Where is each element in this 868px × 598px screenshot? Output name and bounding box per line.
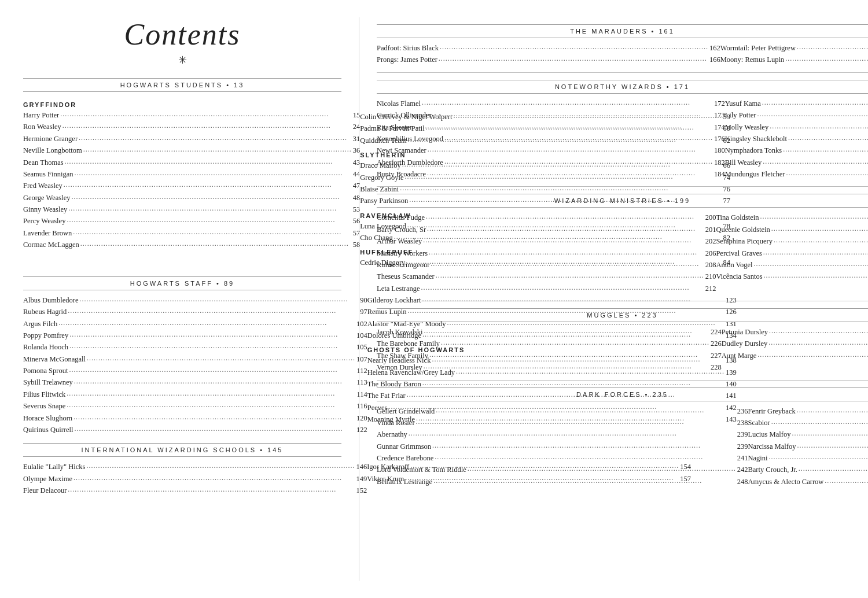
entry: The Shaw Family227 xyxy=(377,350,722,362)
entry: Seamus Finnigan44 xyxy=(23,169,360,180)
entry: Yusuf Kama186 xyxy=(725,98,868,110)
staff-left: Albus Dumbledore90 Rubeus Hagrid97 Argus… xyxy=(23,295,367,437)
entry: Aunt Marge233 xyxy=(722,350,868,362)
entry: Bunty Broadacre184 xyxy=(377,169,725,180)
entry: Rita Skeeter174 xyxy=(377,122,725,134)
muggles-left: Jacob Kowalski224 The Barebone Family226… xyxy=(377,327,722,374)
left-column: Contents ✳ HOGWARTS STUDENTS • 13 GRYFFI… xyxy=(23,17,359,581)
entry: Remus Lupin126 xyxy=(367,307,737,318)
entry: Prongs: James Potter166 xyxy=(377,54,720,66)
noteworthy-right: Yusuf Kama186 Lily Potter188 Molly Weasl… xyxy=(725,98,868,181)
entry: Barty Crouch, Jr.260 xyxy=(748,464,868,476)
divider xyxy=(377,72,868,73)
entry: Kingsley Shacklebolt191 xyxy=(725,134,868,145)
entry: Lucius Malfoy254 xyxy=(748,429,868,441)
ministries-left: Cornelius Fudge200 Barty Crouch, Sr201 A… xyxy=(377,212,716,295)
entry: Neville Longbottom36 xyxy=(23,145,360,157)
international-header: INTERNATIONAL WIZARDING SCHOOLS • 145 xyxy=(23,443,341,457)
hogwarts-students-header: HOGWARTS STUDENTS • 13 xyxy=(23,78,341,92)
entry: Dudley Dursley232 xyxy=(722,338,868,350)
entry: Jacob Kowalski224 xyxy=(377,327,722,338)
intl-left: Eulalie "Lally" Hicks146 Olympe Maxime14… xyxy=(23,462,367,497)
entry: Fred Weasley47 xyxy=(23,180,360,192)
entry: Lily Potter188 xyxy=(725,110,868,121)
entry: George Weasley48 xyxy=(23,193,360,204)
entry: Vicência Santos221 xyxy=(716,271,868,283)
entry: Barty Crouch, Sr201 xyxy=(377,224,716,236)
staff-section: Albus Dumbledore90 Rubeus Hagrid97 Argus… xyxy=(23,295,341,437)
marauders-section: Padfoot: Sirius Black162 Prongs: James P… xyxy=(377,43,868,67)
entry: Leta Lestrange212 xyxy=(377,283,716,295)
entry: Mundungus Fletcher197 xyxy=(725,169,868,180)
entry: Pomona Sprout112 xyxy=(23,366,367,377)
entry: Dean Thomas43 xyxy=(23,157,360,169)
entry: Ron Weasley24 xyxy=(23,121,360,133)
entry: Filius Flitwick114 xyxy=(23,389,367,401)
entry: Fleur Delacour152 xyxy=(23,485,367,497)
marauders-header: THE MARAUDERS • 161 xyxy=(377,24,868,38)
entry: Horace Slughorn120 xyxy=(23,413,367,424)
muggles-right: Petunia Dursley229 Dudley Dursley232 Aun… xyxy=(722,327,868,374)
entry: Olympe Maxime149 xyxy=(23,474,367,485)
entry: Bill Weasley195 xyxy=(725,157,868,169)
hogwarts-staff-header: HOGWARTS STAFF • 89 xyxy=(23,276,341,290)
entry: Eulalie "Lally" Hicks146 xyxy=(23,462,367,473)
entry: Gilderoy Lockhart123 xyxy=(367,295,737,307)
entry: Ginny Weasley53 xyxy=(23,204,360,216)
entry: Hermione Granger31 xyxy=(23,134,360,145)
entry: Arthur Weasley202 xyxy=(377,236,716,248)
entry: Queenie Goldstein216 xyxy=(716,224,868,236)
entry: Anton Vogel220 xyxy=(716,260,868,271)
entry: Cornelius Fudge200 xyxy=(377,212,716,224)
entry: Cormac McLaggen58 xyxy=(23,239,360,251)
entry: Amycus & Alecto Carrow261 xyxy=(748,477,868,488)
noteworthy-section: Nicolas Flamel172 Garrick Ollivander173 … xyxy=(377,98,868,181)
entry: Garrick Ollivander173 xyxy=(377,110,725,121)
entry: Vinda Rosier238 xyxy=(377,418,748,429)
entry: Lavender Brown57 xyxy=(23,228,360,239)
entry: Theseus Scamander210 xyxy=(377,271,716,283)
entry: Fenrir Greyback252 xyxy=(748,406,868,418)
entry: Molly Weasley189 xyxy=(725,122,868,134)
entry: The Bloody Baron140 xyxy=(367,379,737,390)
gryffindor-label: GRYFFINDOR xyxy=(23,101,360,108)
marauders-right: Wormtail: Peter Pettigrew167 Moony: Remu… xyxy=(720,43,868,67)
entry: Seraphina Picquery218 xyxy=(716,236,868,248)
gryffindor-section: GRYFFINDOR Harry Potter15 Ron Weasley24 … xyxy=(23,97,341,270)
gryffindor-left: GRYFFINDOR Harry Potter15 Ron Weasley24 … xyxy=(23,97,360,270)
entry: Pansy Parkinson77 xyxy=(360,195,730,207)
entry: Padfoot: Sirius Black162 xyxy=(377,43,720,54)
entry: Percival Graves219 xyxy=(716,248,868,260)
entry: Argus Filch102 xyxy=(23,319,367,330)
entry: Poppy Pomfrey104 xyxy=(23,330,367,342)
entry: Newt Scamander180 xyxy=(377,145,725,157)
entry: Moony: Remus Lupin168 xyxy=(720,54,868,66)
page: Contents ✳ HOGWARTS STUDENTS • 13 GRYFFI… xyxy=(0,0,868,598)
ministries-right: Tina Goldstein214 Queenie Goldstein216 S… xyxy=(716,212,868,295)
entry: Nicolas Flamel172 xyxy=(377,98,725,110)
entry: Blaise Zabini76 xyxy=(360,184,730,195)
entry: Harry Potter15 xyxy=(23,110,360,121)
ministries-section: Cornelius Fudge200 Barty Crouch, Sr201 A… xyxy=(377,212,868,295)
entry: Wormtail: Peter Pettigrew167 xyxy=(720,43,868,54)
title-area: Contents ✳ xyxy=(23,17,341,67)
entry: Tina Goldstein214 xyxy=(716,212,868,224)
entry: Abernathy239 xyxy=(377,429,748,441)
entry: Gunnar Grimmson239 xyxy=(377,441,748,453)
entry: Severus Snape116 xyxy=(23,401,367,412)
entry: Narcissa Malfoy256 xyxy=(748,441,868,453)
snowflake-icon: ✳ xyxy=(23,54,341,67)
entry: Quirinus Quirrell122 xyxy=(23,424,367,436)
entry: Percy Weasley56 xyxy=(23,216,360,227)
marauders-left: Padfoot: Sirius Black162 Prongs: James P… xyxy=(377,43,720,67)
dark-right: Fenrir Greyback252 Scabior253 Lucius Mal… xyxy=(748,406,868,489)
entry: Petunia Dursley229 xyxy=(722,327,868,338)
entry: Nagini258 xyxy=(748,453,868,464)
entry: Vernon Dursley228 xyxy=(377,362,722,374)
entry: Minerva McGonagall107 xyxy=(23,354,367,366)
entry: Albus Dumbledore90 xyxy=(23,295,367,307)
dark-forces-section: Gellert Grindelwald236 Vinda Rosier238 A… xyxy=(377,406,868,489)
entry: Nymphadora Tonks192 xyxy=(725,145,868,157)
page-title: Contents xyxy=(23,17,341,51)
muggles-section: Jacob Kowalski224 The Barebone Family226… xyxy=(377,327,868,374)
